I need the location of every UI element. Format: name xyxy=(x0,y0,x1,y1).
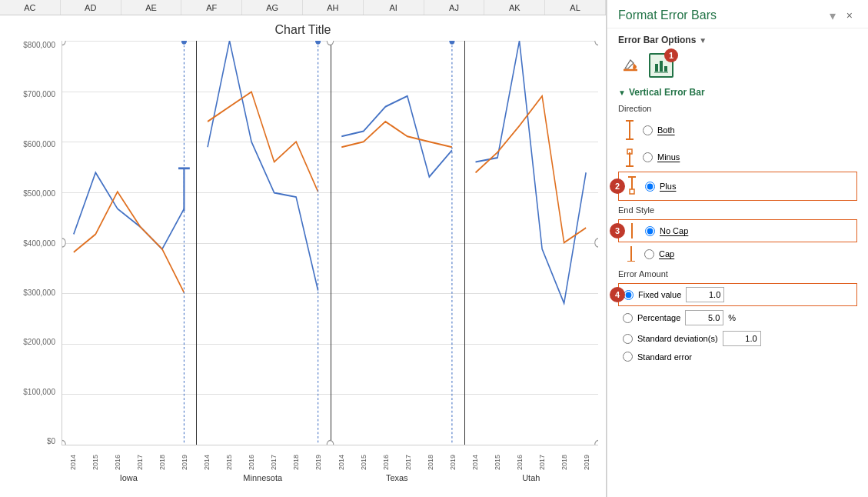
end-no-cap-label: No Cap xyxy=(660,226,688,235)
direction-plus-label: Plus xyxy=(660,182,676,191)
svg-point-13 xyxy=(327,440,333,445)
utah-orange-line xyxy=(476,96,587,243)
x-axis-mn: 2014 2015 2016 2017 2018 2019 Minnesota xyxy=(196,445,331,495)
chart-container[interactable]: Chart Title $800,000 $700,000 $600,000 $… xyxy=(0,15,606,497)
options-chevron: ▼ xyxy=(699,36,707,45)
bar-chart-icon-button[interactable] xyxy=(649,53,673,78)
direction-minus-row[interactable]: Minus xyxy=(618,145,857,169)
end-no-cap-radio[interactable] xyxy=(645,226,655,236)
tx-years: 2014 2015 2016 2017 2018 2019 xyxy=(330,445,464,470)
error-stddev-row[interactable]: Standard deviation(s) xyxy=(618,329,857,348)
tx-label: Texas xyxy=(386,473,408,482)
direction-plus-radio[interactable] xyxy=(645,182,655,192)
y-label-100k: $100,000 xyxy=(23,388,55,396)
error-stderr-label: Standard error xyxy=(637,352,692,362)
chart-inner: $800,000 $700,000 $600,000 $500,000 $400… xyxy=(8,41,598,445)
svg-point-8 xyxy=(62,440,65,445)
panel-header: Format Error Bars ▾ × xyxy=(607,0,868,28)
chart-title: Chart Title xyxy=(8,23,598,37)
svg-point-15 xyxy=(595,238,598,247)
fill-icon-button[interactable] xyxy=(618,53,643,78)
error-fixed-row[interactable]: 4 Fixed value xyxy=(618,283,857,306)
error-stderr-row[interactable]: Standard error xyxy=(618,350,857,363)
end-cap-label: Cap xyxy=(659,249,674,259)
options-header[interactable]: Error Bar Options ▼ xyxy=(618,35,857,45)
y-label-200k: $200,000 xyxy=(23,338,55,346)
x-axis-tx: 2014 2015 2016 2017 2018 2019 Texas xyxy=(330,445,464,495)
panel-title: Format Error Bars xyxy=(618,8,717,22)
y-label-500k: $500,000 xyxy=(23,189,55,198)
svg-rect-17 xyxy=(655,64,658,72)
direction-plus-row[interactable]: 2 Plus xyxy=(618,172,857,201)
vertical-error-bar-header[interactable]: ▼ Vertical Error Bar xyxy=(618,87,857,98)
svg-point-10 xyxy=(62,41,65,45)
section-title: Vertical Error Bar xyxy=(629,87,705,98)
pct-sign: % xyxy=(728,313,736,322)
direction-both-row[interactable]: Both xyxy=(618,118,857,142)
cap-icon-svg xyxy=(625,246,637,262)
col-header-al: AL xyxy=(545,0,606,15)
minus-direction-icon xyxy=(621,146,638,168)
svg-rect-19 xyxy=(664,66,667,72)
icon-row xyxy=(618,53,857,78)
collapse-icon: ▼ xyxy=(618,88,626,97)
col-header-ae: AE xyxy=(121,0,182,15)
error-stddev-label: Standard deviation(s) xyxy=(637,334,718,343)
col-header-ak: AK xyxy=(484,0,545,15)
y-label-800k: $800,000 xyxy=(23,41,55,49)
mn-blue-line xyxy=(208,41,318,291)
plot-area xyxy=(62,41,598,445)
utah-years: 2014 2015 2016 2017 2018 2019 xyxy=(464,445,599,470)
error-pct-row[interactable]: Percentage % xyxy=(618,309,857,327)
error-pct-input[interactable] xyxy=(685,310,723,325)
direction-both-radio[interactable] xyxy=(643,125,653,135)
mn-orange-line xyxy=(208,92,318,192)
step-badge-2: 2 xyxy=(610,178,625,194)
svg-point-3 xyxy=(314,41,321,45)
panel-body: Error Bar Options ▼ xyxy=(607,28,868,497)
direction-minus-label: Minus xyxy=(657,152,680,162)
close-button[interactable]: × xyxy=(842,8,857,23)
column-headers: AC AD AE AF AG AH AI AJ AK AL xyxy=(0,0,606,15)
error-amount-label: Error Amount xyxy=(618,269,857,279)
end-cap-row[interactable]: Cap xyxy=(618,245,857,263)
error-pct-label: Percentage xyxy=(637,313,680,322)
y-label-300k: $300,000 xyxy=(23,289,55,297)
svg-point-14 xyxy=(62,238,65,247)
chart-svg xyxy=(62,41,598,445)
minus-icon-svg xyxy=(624,146,636,168)
options-header-label: Error Bar Options xyxy=(618,35,696,45)
svg-rect-29 xyxy=(630,189,634,194)
mn-years: 2014 2015 2016 2017 2018 2019 xyxy=(196,445,331,470)
error-stddev-input[interactable] xyxy=(723,331,761,346)
bar-chart-icon xyxy=(653,58,669,73)
svg-point-1 xyxy=(181,41,187,45)
error-stderr-radio[interactable] xyxy=(623,352,633,362)
no-cap-icon-svg xyxy=(626,223,638,238)
x-axis-area: 2014 2015 2016 2017 2018 2019 Iowa 2014 … xyxy=(62,445,598,495)
svg-point-9 xyxy=(595,440,598,445)
error-fixed-input[interactable] xyxy=(686,287,724,302)
direction-minus-radio[interactable] xyxy=(643,152,653,162)
y-label-400k: $400,000 xyxy=(23,239,55,248)
chart-area: AC AD AE AF AG AH AI AJ AK AL Chart Titl… xyxy=(0,0,607,497)
iowa-blue-line xyxy=(74,172,185,248)
no-cap-icon xyxy=(624,223,640,238)
both-direction-icon xyxy=(621,119,638,141)
direction-both-label: Both xyxy=(657,125,675,135)
col-header-ad: AD xyxy=(61,0,121,15)
error-pct-radio[interactable] xyxy=(623,313,633,323)
end-cap-radio[interactable] xyxy=(644,249,654,259)
pin-icon[interactable]: ▾ xyxy=(830,8,836,23)
error-fixed-label: Fixed value xyxy=(638,290,681,299)
end-no-cap-row[interactable]: 3 No Cap xyxy=(618,219,857,242)
utah-blue-line xyxy=(476,41,587,303)
error-stddev-radio[interactable] xyxy=(623,334,633,344)
x-axis-iowa: 2014 2015 2016 2017 2018 2019 Iowa xyxy=(62,445,196,495)
x-axis-utah: 2014 2015 2016 2017 2018 2019 Utah xyxy=(464,445,599,495)
col-header-ag: AG xyxy=(242,0,303,15)
y-label-600k: $600,000 xyxy=(23,140,55,148)
col-header-af: AF xyxy=(181,0,242,15)
iowa-label: Iowa xyxy=(120,473,138,482)
tx-orange-line xyxy=(341,122,452,147)
